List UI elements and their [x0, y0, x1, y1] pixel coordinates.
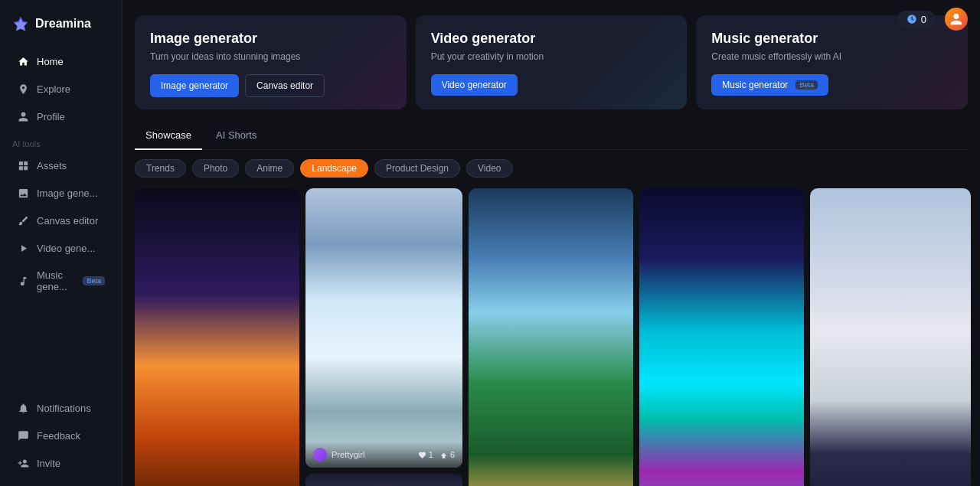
- assets-icon: [17, 159, 29, 171]
- showcase-tabs: Showcase AI Shorts: [135, 125, 968, 150]
- feedback-icon: [17, 429, 29, 442]
- top-bar: 0: [885, 0, 980, 38]
- assets-label: Assets: [37, 160, 67, 171]
- sidebar-item-image-gen[interactable]: Image gene...: [5, 180, 117, 206]
- music-beta-badge: Beta: [795, 80, 818, 90]
- author-name-pg1: Prettygirl: [332, 450, 364, 459]
- filter-pills-row: Trends Photo Anime Landscape Product Des…: [135, 159, 968, 178]
- video-generator-button[interactable]: Video generator: [431, 74, 518, 96]
- canvas-label: Canvas editor: [37, 215, 98, 227]
- image-gen-card-buttons: Image generator Canvas editor: [150, 74, 391, 97]
- sidebar-item-home[interactable]: Home: [5, 48, 117, 74]
- sidebar-item-explore[interactable]: Explore: [5, 76, 117, 102]
- video-gen-card-buttons: Video generator: [431, 74, 672, 96]
- explore-icon: [17, 83, 29, 95]
- gallery-item-tropical[interactable]: CAPCUT PRO 1 4: [469, 188, 633, 486]
- sidebar: Dreamina Home Explore Profile AI tools A…: [0, 0, 122, 486]
- image-generator-button[interactable]: Image generator: [150, 74, 239, 97]
- home-label: Home: [37, 56, 64, 67]
- credits-badge: 0: [897, 11, 936, 28]
- logo-icon: [12, 15, 29, 32]
- logo[interactable]: Dreamina: [0, 9, 122, 47]
- gallery-item-winter[interactable]: Prettygirl 1 41: [810, 188, 971, 486]
- beta-badge: Beta: [83, 276, 105, 285]
- credits-count: 0: [921, 14, 926, 25]
- profile-label: Profile: [37, 111, 65, 122]
- gallery-grid: dIRa 2 2 Pre: [135, 188, 968, 486]
- music-gen-card-buttons: Music generator Beta: [711, 74, 952, 96]
- filter-product-design[interactable]: Product Design: [374, 159, 460, 178]
- author-avatar-pg1: [313, 448, 327, 462]
- bell-icon: [17, 402, 29, 414]
- gallery-item-city[interactable]: dIRa 2 2: [135, 188, 299, 486]
- sidebar-item-invite[interactable]: Invite: [5, 450, 117, 476]
- image-gen-label: Image gene...: [37, 188, 98, 199]
- video-gen-card-desc: Put your creativity in motion: [431, 51, 672, 62]
- sidebar-item-video-gen[interactable]: Video gene...: [5, 235, 117, 261]
- music-generator-button[interactable]: Music generator Beta: [711, 74, 828, 96]
- tools-section-label: AI tools: [0, 130, 122, 152]
- filter-video[interactable]: Video: [466, 159, 512, 178]
- gallery-footer-mountain: Prettygirl 1 6: [305, 442, 462, 468]
- image-gen-card-title: Image generator: [150, 31, 391, 47]
- sidebar-item-feedback[interactable]: Feedback: [5, 422, 117, 448]
- image-icon: [17, 187, 29, 199]
- tab-showcase[interactable]: Showcase: [135, 125, 202, 150]
- canvas-icon: [17, 214, 29, 227]
- filter-landscape[interactable]: Landscape: [300, 159, 368, 178]
- video-gen-label: Video gene...: [37, 243, 95, 254]
- music-gen-label: Music gene...: [37, 269, 72, 292]
- avatar-icon: [949, 12, 963, 26]
- main-content: 0 Image generator Turn your ideas into s…: [122, 0, 980, 486]
- person-icon: [17, 110, 29, 122]
- music-gen-card-desc: Create music effortlessly with AI: [711, 51, 952, 62]
- sidebar-item-canvas[interactable]: Canvas editor: [5, 207, 117, 233]
- gallery-item-mountain[interactable]: Prettygirl 1 6: [305, 188, 462, 468]
- explore-label: Explore: [37, 83, 70, 95]
- app-name: Dreamina: [35, 17, 91, 31]
- notifications-label: Notifications: [37, 403, 91, 414]
- image-gen-card-desc: Turn your ideas into stunning images: [150, 51, 391, 62]
- video-gen-card-title: Video generator: [431, 31, 672, 47]
- gallery-item-moon[interactable]: [305, 474, 462, 486]
- music-gen-btn-label: Music generator: [722, 80, 788, 90]
- invite-icon: [17, 457, 29, 469]
- stats-mountain: 1 6: [418, 450, 455, 459]
- feedback-label: Feedback: [37, 430, 80, 442]
- music-icon: [17, 275, 29, 287]
- filter-trends[interactable]: Trends: [135, 159, 186, 178]
- filter-anime[interactable]: Anime: [245, 159, 294, 178]
- tab-ai-shorts[interactable]: AI Shorts: [205, 125, 267, 150]
- home-icon: [17, 55, 29, 67]
- sidebar-item-assets[interactable]: Assets: [5, 152, 117, 178]
- image-generator-card: Image generator Turn your ideas into stu…: [135, 15, 407, 109]
- invite-label: Invite: [37, 458, 60, 469]
- author-prettygirl-1: Prettygirl: [313, 448, 364, 462]
- credits-icon: [906, 14, 917, 24]
- sidebar-item-notifications[interactable]: Notifications: [5, 395, 117, 421]
- video-generator-card: Video generator Put your creativity in m…: [416, 15, 688, 109]
- gallery-item-aurora[interactable]: Prettygirl 0 3: [639, 188, 804, 486]
- video-icon: [17, 242, 29, 254]
- sidebar-item-music-gen[interactable]: Music gene... Beta: [5, 263, 117, 299]
- canvas-editor-button[interactable]: Canvas editor: [245, 74, 325, 97]
- filter-photo[interactable]: Photo: [192, 159, 239, 178]
- feature-cards-row: Image generator Turn your ideas into stu…: [135, 15, 968, 109]
- sidebar-item-profile[interactable]: Profile: [5, 103, 117, 129]
- user-avatar[interactable]: [945, 8, 968, 31]
